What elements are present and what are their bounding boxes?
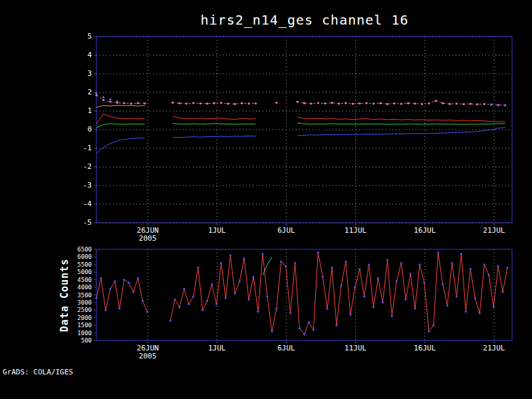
svg-text:500: 500 [81, 337, 92, 344]
svg-text:3000: 3000 [77, 299, 92, 306]
svg-text:2005: 2005 [139, 352, 157, 360]
svg-text:5500: 5500 [77, 261, 92, 268]
svg-text:2005: 2005 [139, 234, 157, 243]
svg-text:1000: 1000 [77, 330, 92, 336]
bottom-chart: 26JUN20051JUL6JUL11JUL16JUL21JUL65006000… [77, 246, 512, 360]
grads-credit: GrADS: COLA/IGES [3, 368, 73, 376]
svg-text:2500: 2500 [77, 307, 92, 313]
data-counts-axis-label: Data Counts [59, 259, 70, 332]
svg-text:6500: 6500 [77, 246, 92, 253]
svg-text:3: 3 [87, 69, 92, 78]
svg-text:-5: -5 [83, 218, 92, 227]
top-chart: 26JUN20051JUL6JUL11JUL16JUL21JUL543210-1… [83, 32, 512, 243]
svg-text:6JUL: 6JUL [277, 344, 295, 352]
svg-text:5000: 5000 [77, 269, 92, 275]
svg-text:3500: 3500 [77, 292, 92, 299]
svg-text:21JUL: 21JUL [483, 226, 505, 235]
svg-text:2: 2 [87, 88, 92, 96]
svg-text:1JUL: 1JUL [208, 226, 226, 235]
svg-text:5: 5 [87, 32, 92, 41]
svg-text:6JUL: 6JUL [277, 226, 295, 235]
svg-text:-3: -3 [83, 181, 92, 190]
svg-text:-2: -2 [83, 162, 92, 171]
svg-text:11JUL: 11JUL [344, 344, 366, 352]
svg-text:1JUL: 1JUL [208, 344, 226, 352]
svg-text:0: 0 [87, 125, 92, 134]
svg-text:21JUL: 21JUL [483, 344, 505, 352]
svg-text:4500: 4500 [77, 277, 92, 283]
svg-text:-1: -1 [83, 144, 92, 152]
charts-canvas: 26JUN20051JUL6JUL11JUL16JUL21JUL543210-1… [0, 0, 532, 399]
svg-text:16JUL: 16JUL [414, 344, 436, 352]
svg-text:1500: 1500 [77, 322, 92, 329]
svg-text:1: 1 [87, 106, 92, 115]
svg-text:16JUL: 16JUL [414, 226, 436, 235]
svg-text:4: 4 [87, 51, 92, 59]
svg-text:11JUL: 11JUL [344, 226, 366, 235]
page-title: hirs2_n14_ges channel 16 [201, 12, 409, 28]
svg-text:2000: 2000 [77, 315, 92, 321]
svg-text:-4: -4 [83, 200, 92, 208]
svg-text:4000: 4000 [77, 284, 92, 291]
svg-text:6000: 6000 [77, 253, 92, 260]
grads-window: 26JUN20051JUL6JUL11JUL16JUL21JUL543210-1… [0, 0, 532, 399]
